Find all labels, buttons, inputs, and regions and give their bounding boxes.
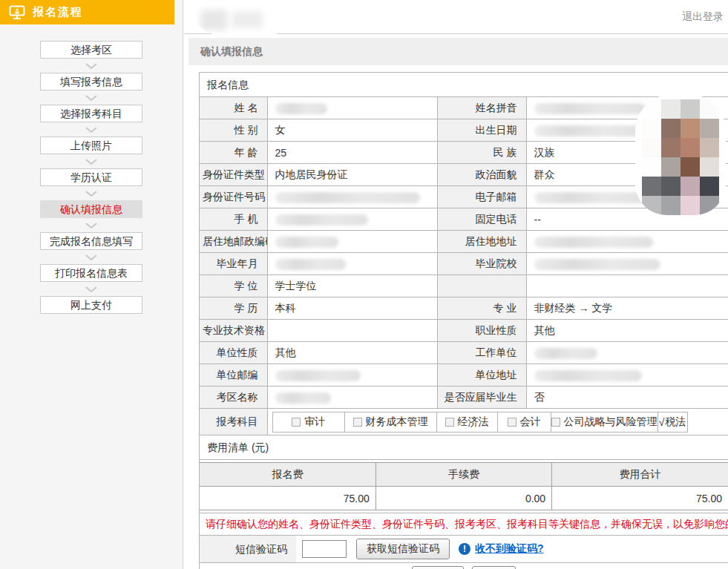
- table-row: 学 位 学士学位: [200, 275, 728, 297]
- field-label: 学 位: [200, 275, 267, 297]
- redacted-value: [275, 370, 361, 381]
- field-value: [526, 364, 728, 387]
- field-label: 政治面貌: [437, 164, 526, 186]
- field-label: 专业技术资格: [200, 320, 267, 342]
- field-value: [526, 275, 728, 297]
- table-row: 居住地邮政编码 居住地地址: [200, 231, 728, 253]
- field-value: [267, 364, 437, 387]
- sidebar: 报名流程 选择考区 填写报考信息 选择报考科目 上传照片 学历认证 确认填报信息…: [0, 0, 183, 569]
- table-row: 毕业年月 毕业院校: [200, 253, 728, 275]
- field-label: 单位邮编: [200, 364, 267, 387]
- step-print-form: 打印报名信息表: [40, 264, 142, 282]
- field-label: 毕业年月: [200, 253, 267, 275]
- redacted-value: [275, 192, 420, 203]
- table-row: 专业技术资格 职业性质 其他: [200, 320, 728, 342]
- field-value: [526, 231, 728, 253]
- checkbox-unchecked-icon: [551, 418, 560, 427]
- redacted-value: [534, 192, 646, 203]
- table-row: 报名费 手续费 费用合计: [200, 463, 728, 487]
- redacted-value: [275, 259, 346, 270]
- subjects-list: 审计 财务成本管理 经济法 会计: [272, 412, 688, 432]
- redacted-value: [534, 125, 646, 137]
- table-row: 学 历 本科 专 业 非财经类 → 文学: [200, 297, 728, 320]
- checkbox-unchecked-icon: [353, 418, 362, 427]
- field-value: [267, 387, 437, 409]
- sidebar-header: 报名流程: [0, 0, 174, 24]
- redacted-value: [534, 348, 597, 359]
- field-value: [267, 320, 437, 342]
- table-row: 75.00 0.00 75.00: [200, 487, 728, 510]
- field-label: 年 龄: [200, 142, 267, 164]
- field-value: [267, 231, 437, 253]
- fee-value: 75.00: [552, 487, 728, 510]
- field-label: 是否应届毕业生: [437, 387, 526, 409]
- confirm-button[interactable]: 确 认: [472, 566, 517, 569]
- sms-code-label: 短信验证码: [200, 536, 296, 562]
- field-label: 单位性质: [200, 342, 267, 364]
- main-area: 退出登录 确认填报信息 报名信息 姓 名 姓名拼音 性 别 女 出生日期 年 龄…: [184, 0, 728, 569]
- redacted-value: [275, 237, 338, 248]
- logout-link[interactable]: 退出登录: [682, 10, 724, 24]
- field-value: 其他: [526, 320, 728, 342]
- subject-accounting: 会计: [497, 412, 551, 432]
- field-value: [267, 253, 437, 275]
- subject-strategy-risk-mgmt: 公司战略与风险管理: [551, 412, 658, 432]
- field-value: 其他: [267, 342, 437, 364]
- table-row: 手 机 固定电话 --: [200, 208, 728, 231]
- monitor-icon: [9, 5, 25, 20]
- sms-code-input[interactable]: [302, 540, 347, 558]
- field-label: 居住地邮政编码: [200, 231, 267, 253]
- redacted-username: [188, 0, 300, 36]
- fee-header: 费用合计: [552, 463, 728, 487]
- subject-economic-law: 经济法: [436, 412, 497, 432]
- chevron-down-icon: [85, 218, 97, 232]
- get-sms-code-button[interactable]: 获取短信验证码: [356, 539, 450, 559]
- field-value: [526, 253, 728, 275]
- chevron-down-icon: [85, 122, 97, 137]
- field-value: [526, 342, 728, 364]
- field-label: 出生日期: [437, 119, 526, 142]
- field-label: 毕业院校: [437, 253, 526, 275]
- redacted-value: [534, 259, 660, 270]
- subject-audit: 审计: [273, 412, 344, 432]
- field-value: [267, 208, 437, 231]
- chevron-down-icon: [85, 154, 97, 168]
- table-row: 单位邮编 单位地址: [200, 364, 728, 387]
- step-complete-fill: 完成报名信息填写: [40, 232, 142, 250]
- fee-value: 75.00: [200, 487, 376, 510]
- checkbox-unchecked-icon: [508, 418, 517, 427]
- redacted-value: [534, 237, 653, 248]
- fee-header: 手续费: [376, 463, 551, 487]
- field-value: 否: [526, 387, 728, 409]
- chevron-down-icon: [85, 59, 97, 73]
- checkbox-unchecked-icon: [445, 418, 454, 427]
- subject-tax-law-selected: √ 税法: [658, 412, 687, 432]
- subjects-cell: 审计 财务成本管理 经济法 会计: [267, 409, 728, 435]
- field-label: 手 机: [200, 208, 267, 231]
- section-title-info: 报名信息: [200, 73, 728, 97]
- redacted-value: [275, 214, 368, 226]
- field-label: 电子邮箱: [437, 186, 526, 208]
- cannot-receive-code-link[interactable]: 收不到验证码?: [475, 542, 544, 556]
- field-value: 本科: [267, 297, 437, 320]
- field-label: 性 别: [200, 119, 267, 142]
- applicant-photo: [635, 94, 726, 215]
- field-value: 女: [267, 119, 437, 142]
- check-icon: √: [659, 416, 665, 428]
- field-value: 非财经类 → 文学: [526, 297, 728, 320]
- field-label: 民 族: [437, 142, 526, 164]
- chevron-down-icon: [85, 186, 97, 200]
- field-label: 居住地地址: [437, 231, 526, 253]
- field-label: 专 业: [437, 297, 526, 320]
- field-label: 身份证件类型: [200, 164, 267, 186]
- section-title-fees: 费用清单 (元): [200, 435, 728, 460]
- previous-step-button[interactable]: 上一步: [412, 566, 464, 569]
- step-fill-info: 填写报考信息: [40, 73, 142, 91]
- field-label: 姓名拼音: [437, 97, 526, 119]
- step-select-exam-area: 选择考区: [40, 41, 142, 59]
- confirmation-notice: 请仔细确认您的姓名、身份证件类型、身份证件号码、报考考区、报考科目等关键信息，并…: [200, 513, 728, 535]
- redacted-value: [275, 103, 327, 114]
- chevron-down-icon: [85, 250, 97, 264]
- redacted-value: [275, 392, 331, 404]
- redacted-value: [534, 103, 646, 114]
